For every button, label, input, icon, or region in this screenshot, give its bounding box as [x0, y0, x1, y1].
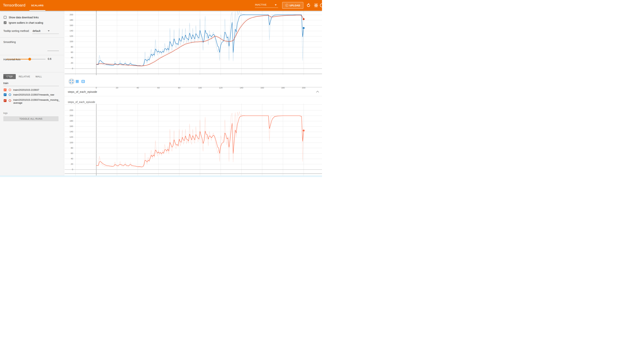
x-axis-tick-label: 160 — [258, 87, 266, 89]
footer-strip — [0, 176, 322, 177]
status-dropdown[interactable]: INACTIVE — [255, 2, 278, 8]
endpoint-dot[interactable] — [303, 18, 304, 20]
run-checkbox[interactable]: ✓ — [4, 88, 6, 91]
settings-sidebar: Show data download links ✓ Ignore outlie… — [0, 11, 64, 177]
y-axis-tick-label: 20 — [64, 62, 73, 64]
tooltip-sorting-label: Tooltip sorting method: — [3, 30, 30, 32]
x-axis-tick-label: 20 — [113, 87, 121, 89]
run-row[interactable]: ✓ train/20201015-215937/rewards_moving_a… — [0, 98, 64, 106]
x-axis-tick-label: 180 — [279, 87, 287, 89]
y-axis-tick-label: 220 — [64, 109, 73, 111]
fit-domain-icon[interactable] — [82, 80, 85, 83]
tooltip-sorting-select[interactable]: default — [32, 30, 40, 32]
refresh-icon[interactable] — [306, 3, 311, 8]
y-axis-tick-label: 160 — [64, 125, 73, 128]
y-axis-tick-label: 80 — [64, 147, 73, 149]
chevron-up-icon[interactable] — [316, 90, 320, 93]
y-axis-tick-label: 20 — [64, 163, 73, 165]
y-axis-tick-label: 120 — [64, 35, 73, 37]
steps-line-chart[interactable] — [64, 104, 322, 177]
status-dropdown-value: INACTIVE — [255, 3, 267, 6]
y-axis-tick-label: 60 — [64, 152, 73, 154]
run-row[interactable]: ✓ train/20201015-215937 — [0, 88, 64, 92]
help-icon[interactable] — [320, 3, 322, 8]
run-color-circle — [9, 89, 11, 91]
y-axis-tick-label: 180 — [64, 19, 73, 21]
smoothing-label: Smoothing — [3, 40, 16, 44]
run-label: train/20201015-215937/rewards_moving_ave… — [13, 98, 60, 104]
endpoint-dot[interactable] — [303, 27, 304, 29]
x-axis-tick-label: 140 — [238, 87, 246, 89]
x-axis-tick-label: 100 — [196, 87, 204, 89]
y-axis-tick-label: 40 — [64, 158, 73, 160]
y-axis-tick-label: 200 — [64, 14, 73, 16]
axis-wall-button[interactable]: WALL — [34, 74, 44, 79]
y-axis-tick-label: 140 — [64, 130, 73, 133]
smoothing-value-input[interactable]: 0.6 — [48, 58, 59, 60]
check-icon: ✓ — [4, 100, 6, 102]
run-row[interactable]: ✓ train/20201015-215937/rewards_raw — [0, 93, 64, 98]
chevron-down-icon — [275, 4, 277, 6]
y-axis-tick-label: 100 — [64, 142, 73, 144]
smoothing-value-underline — [48, 51, 59, 51]
chart-title: steps_of_each_episode — [68, 100, 95, 104]
tab-scalars[interactable]: SCALARS — [30, 0, 45, 11]
smoothing-slider-thumb[interactable] — [28, 58, 31, 60]
x-axis-tick-label: 80 — [175, 87, 183, 89]
app-header: TensorBoard SCALARS INACTIVE i UPLOAD — [0, 0, 322, 11]
ignore-outliers-label: Ignore outliers in chart scaling — [9, 21, 43, 24]
run-label: train/20201015-215937/rewards_raw — [13, 93, 60, 96]
x-axis-tick-label: 60 — [154, 87, 162, 89]
endpoint-dot[interactable] — [303, 130, 304, 132]
y-axis-tick-label: 140 — [64, 30, 73, 32]
section-title: steps_of_each_episode — [68, 90, 97, 93]
logs-label: logs — [3, 112, 8, 114]
check-icon: ✓ — [4, 22, 6, 24]
runs-heading: Runs — [3, 76, 10, 78]
y-axis-tick-label: 100 — [64, 40, 73, 42]
run-label: train/20201015-215937 — [13, 88, 60, 92]
upload-button[interactable]: i UPLOAD — [282, 2, 303, 9]
chart-toolbar — [64, 78, 90, 85]
tooltip-sorting-underline — [32, 34, 59, 34]
gear-icon[interactable] — [314, 3, 318, 8]
rewards-line-chart[interactable] — [64, 11, 322, 75]
status-dropdown-underline — [255, 8, 278, 8]
y-axis-tick-label: 40 — [64, 56, 73, 59]
run-checkbox[interactable]: ✓ — [4, 93, 6, 96]
show-download-links-checkbox[interactable] — [4, 16, 6, 19]
divider — [0, 55, 64, 55]
axis-relative-button[interactable]: RELATIVE — [18, 74, 31, 79]
chevron-down-icon[interactable] — [48, 30, 50, 32]
check-icon: ✓ — [4, 94, 6, 96]
y-axis-tick-label: 200 — [64, 114, 73, 117]
x-axis-tick-label: 40 — [134, 87, 142, 89]
runs-filter-input[interactable]: train — [3, 82, 8, 84]
y-axis-tick-label: 180 — [64, 120, 73, 122]
x-axis-tick-label: 0 — [92, 87, 100, 89]
x-axis-tick-label: 120 — [217, 87, 225, 89]
horizontal-axis-label: Horizontal Axis — [3, 58, 20, 61]
run-checkbox[interactable]: ✓ — [4, 99, 6, 102]
y-axis-tick-label: 120 — [64, 136, 73, 138]
y-axis-tick-label: 60 — [64, 51, 73, 53]
fullscreen-icon[interactable] — [70, 80, 73, 83]
y-axis-tick-label: 0 — [64, 168, 73, 170]
y-axis-tick-label: 0 — [64, 68, 73, 70]
toggle-all-runs-button[interactable]: TOGGLE ALL RUNS — [3, 116, 58, 121]
app-title: TensorBoard — [3, 3, 25, 8]
divider — [0, 72, 64, 72]
tab-active-indicator — [30, 10, 45, 11]
x-axis-tick-label: 200 — [300, 87, 308, 89]
run-color-circle — [9, 94, 11, 96]
log-scale-lines-icon[interactable] — [76, 80, 79, 83]
y-axis-tick-label: 80 — [64, 46, 73, 48]
ignore-outliers-checkbox[interactable]: ✓ — [4, 21, 6, 24]
show-download-links-label: Show data download links — [9, 16, 39, 19]
upload-button-label: UPLOAD — [290, 4, 300, 7]
run-color-circle — [9, 100, 11, 102]
check-icon: ✓ — [4, 89, 6, 91]
y-axis-tick-label: 160 — [64, 24, 73, 26]
info-icon: i — [285, 4, 288, 7]
